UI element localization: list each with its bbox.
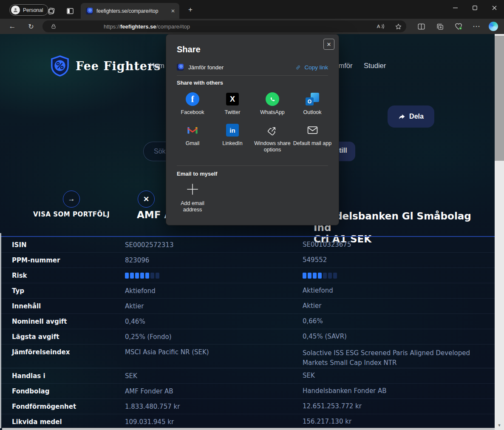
share-target-twitter[interactable]: X Twitter bbox=[212, 92, 252, 116]
close-icon: ✕ bbox=[327, 41, 331, 48]
split-screen-icon[interactable] bbox=[416, 21, 427, 32]
new-tab-button[interactable]: + bbox=[185, 5, 195, 15]
browser-tab[interactable]: feefighters.se/compare#top ✕ bbox=[81, 3, 179, 19]
favorites-star-icon[interactable] bbox=[394, 22, 403, 31]
share-target-whatsapp[interactable]: WhatsApp bbox=[252, 92, 292, 116]
site-favicon bbox=[177, 64, 184, 71]
copilot-icon[interactable] bbox=[489, 22, 498, 31]
window-controls bbox=[445, 0, 504, 15]
window-bottom-edge bbox=[2, 428, 495, 430]
browser-window: Personal feefighters.se/compare#top ✕ + bbox=[0, 0, 504, 430]
gmail-icon bbox=[186, 123, 199, 137]
tab-title: feefighters.se/compare#top bbox=[96, 8, 167, 14]
table-row-risk: Risk bbox=[0, 268, 495, 283]
table-row: Nominell avgift0,46%0,66% bbox=[0, 314, 495, 329]
twitter-x-icon: X bbox=[226, 93, 239, 105]
brand-name: Fee Fighters bbox=[76, 60, 161, 73]
nav-item-hem[interactable]: Hem bbox=[150, 62, 164, 70]
minimize-button[interactable] bbox=[445, 0, 465, 15]
maximize-button[interactable] bbox=[465, 0, 484, 15]
close-window-button[interactable] bbox=[484, 0, 504, 15]
risk-bars-fund1 bbox=[125, 272, 303, 279]
table-row: ISINSE0002572313SE0010323675 bbox=[0, 237, 495, 253]
mail-envelope-icon bbox=[306, 123, 319, 137]
table-row: Likvida medel109.031.945 kr156.217.130 k… bbox=[0, 414, 495, 430]
back-button[interactable]: ← bbox=[7, 21, 18, 32]
table-row: JämförelseindexMSCI Asia Pacific NR (SEK… bbox=[0, 345, 495, 368]
portfolio-arrow-button[interactable]: → bbox=[63, 191, 80, 208]
share-target-facebook[interactable]: f Facebook bbox=[173, 92, 212, 116]
collections-icon[interactable] bbox=[434, 21, 445, 32]
share-with-others-heading: Share with others bbox=[177, 80, 223, 86]
windows-share-icon bbox=[266, 123, 279, 137]
table-row: Fondförmögenhet1.833.480.757 kr12.651.25… bbox=[0, 399, 495, 414]
portfolio-label: VISA SOM PORTFÖLJ bbox=[12, 211, 131, 218]
share-target-gmail[interactable]: Gmail bbox=[173, 123, 212, 153]
facebook-icon: f bbox=[186, 92, 199, 106]
nav-item-studier[interactable]: Studier bbox=[364, 62, 386, 70]
lock-icon[interactable] bbox=[50, 23, 57, 30]
settings-ellipsis-icon[interactable]: ⋯ bbox=[471, 21, 482, 32]
dialog-title: Share bbox=[177, 45, 201, 54]
table-row: FondbolagAMF Fonder ABHandelsbanken Fond… bbox=[0, 384, 495, 399]
svg-text:A: A bbox=[377, 23, 380, 29]
read-aloud-icon[interactable]: A bbox=[376, 22, 386, 31]
scrollbar-thumb[interactable] bbox=[495, 36, 504, 161]
window-left-edge bbox=[0, 233, 1, 428]
table-row: Lägsta avgift0,25% (Fondo)0,45% (SAVR) bbox=[0, 329, 495, 345]
site-favicon bbox=[86, 8, 93, 14]
vertical-scrollbar[interactable]: ▼ bbox=[495, 34, 504, 430]
tab-strip: Personal feefighters.se/compare#top ✕ + bbox=[0, 0, 504, 19]
vertical-tabs-icon[interactable] bbox=[65, 6, 76, 17]
profile-button[interactable]: Personal bbox=[9, 4, 48, 16]
site-logo[interactable]: Fee Fighters bbox=[50, 55, 161, 77]
link-icon bbox=[295, 64, 301, 71]
scrollbar-down-arrow[interactable]: ▼ bbox=[495, 423, 504, 427]
add-email-label: Add email address bbox=[173, 200, 212, 213]
comparison-table: ISINSE0002572313SE0010323675 PPM-nummer8… bbox=[0, 237, 495, 430]
browser-toolbar: ← ↻ https://feefighters.se/compare#top A… bbox=[0, 19, 504, 34]
add-email-button[interactable]: Add email address bbox=[173, 182, 212, 213]
share-arrow-icon bbox=[398, 113, 405, 120]
share-target-windows-share[interactable]: Windows share options bbox=[252, 123, 292, 153]
address-bar[interactable]: https://feefighters.se/compare#top A bbox=[42, 20, 406, 32]
plus-icon bbox=[186, 182, 199, 196]
table-row: InnehållAktierAktier bbox=[0, 299, 495, 314]
share-target-linkedin[interactable]: in LinkedIn bbox=[212, 123, 252, 153]
profile-avatar-icon bbox=[11, 6, 20, 14]
profile-label: Personal bbox=[23, 7, 43, 13]
share-targets-grid: f Facebook X Twitter WhatsApp O Outlook bbox=[173, 92, 332, 153]
outlook-icon: O bbox=[306, 93, 319, 105]
email-to-myself-heading: Email to myself bbox=[177, 171, 217, 177]
dialog-close-button[interactable]: ✕ bbox=[323, 39, 334, 50]
arrow-right-icon: → bbox=[68, 195, 75, 203]
risk-bars-fund2 bbox=[303, 271, 473, 280]
divider bbox=[177, 165, 328, 166]
remove-fund1-button[interactable]: ✕ bbox=[138, 191, 155, 208]
shared-page-row: Jämför fonder Copy link bbox=[177, 63, 328, 72]
copy-link-button[interactable]: Copy link bbox=[295, 64, 328, 71]
workspaces-icon[interactable] bbox=[46, 6, 57, 17]
share-target-outlook[interactable]: O Outlook bbox=[292, 92, 332, 116]
shield-percent-icon bbox=[50, 55, 70, 77]
browser-essentials-icon[interactable] bbox=[453, 21, 464, 32]
table-row: PPM-nummer823096549552 bbox=[0, 253, 495, 268]
divider bbox=[177, 75, 328, 76]
share-dialog: ✕ Share Jämför fonder Copy link Share wi… bbox=[166, 34, 339, 225]
whatsapp-icon bbox=[266, 92, 279, 106]
share-dela-button[interactable]: Dela bbox=[388, 105, 434, 128]
tab-close-icon[interactable]: ✕ bbox=[171, 8, 175, 14]
share-target-default-mail[interactable]: Default mail app bbox=[292, 123, 332, 153]
linkedin-icon: in bbox=[226, 124, 239, 137]
heading-divider bbox=[0, 236, 495, 237]
close-x-icon: ✕ bbox=[143, 195, 149, 204]
shared-page-name: Jämför fonder bbox=[188, 64, 295, 71]
url-text: https://feefighters.se/compare#top bbox=[104, 23, 190, 30]
refresh-button[interactable]: ↻ bbox=[25, 21, 37, 32]
table-row: TypAktiefondAktiefond bbox=[0, 283, 495, 299]
table-row: Handlas iSEKSEK bbox=[0, 368, 495, 384]
